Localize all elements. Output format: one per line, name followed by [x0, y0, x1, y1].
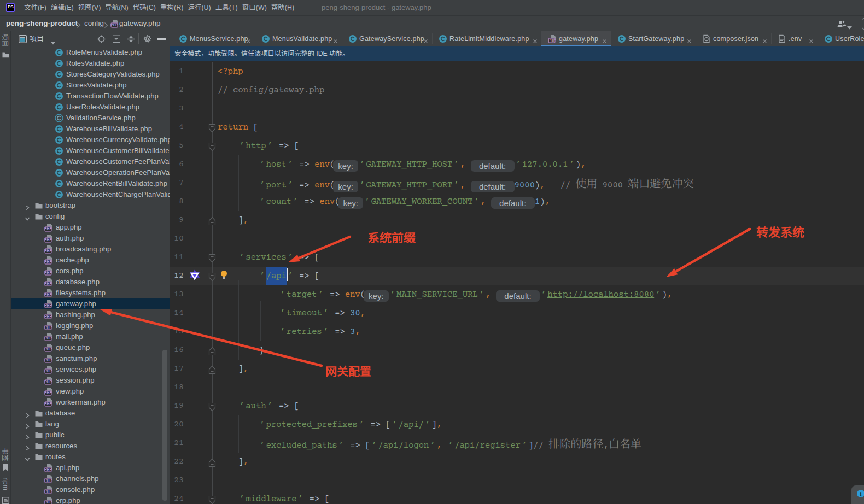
- svg-text:PHP: PHP: [44, 369, 52, 373]
- svg-text:PHP: PHP: [44, 325, 52, 329]
- svg-text:PHP: PHP: [44, 314, 52, 318]
- svg-text:PHP: PHP: [44, 467, 52, 471]
- svg-text:PHP: PHP: [44, 402, 52, 406]
- svg-text:PHP: PHP: [548, 38, 556, 42]
- svg-text:PHP: PHP: [44, 358, 52, 362]
- svg-text:PHP: PHP: [44, 282, 52, 285]
- svg-text:PHP: PHP: [44, 227, 52, 231]
- svg-text:PHP: PHP: [44, 249, 52, 253]
- svg-text:PHP: PHP: [44, 271, 52, 274]
- svg-text:PHP: PHP: [44, 347, 52, 351]
- svg-text:PHP: PHP: [44, 500, 52, 504]
- svg-text:PHP: PHP: [44, 478, 52, 482]
- svg-text:PHP: PHP: [44, 380, 52, 384]
- svg-text:PHP: PHP: [44, 489, 52, 493]
- svg-text:PHP: PHP: [110, 23, 118, 27]
- svg-text:PHP: PHP: [44, 292, 52, 296]
- svg-text:PHP: PHP: [44, 260, 52, 263]
- svg-text:PHP: PHP: [44, 336, 52, 340]
- svg-text:PHP: PHP: [44, 391, 52, 395]
- svg-text:PHP: PHP: [44, 303, 52, 307]
- svg-text:PHP: PHP: [44, 238, 52, 242]
